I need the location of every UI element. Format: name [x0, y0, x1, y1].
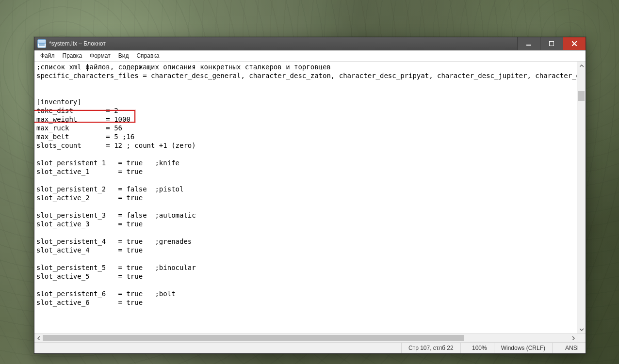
close-button[interactable]: [563, 37, 586, 50]
status-position: Стр 107, стлб 22: [402, 343, 461, 353]
chevron-up-icon: [580, 64, 584, 68]
statusbar: Стр 107, стлб 22 100% Windows (CRLF) ANS…: [34, 342, 586, 353]
statusbar-spacer: [34, 343, 402, 353]
maximize-button[interactable]: [540, 37, 563, 50]
notepad-icon: [37, 39, 46, 48]
vertical-scroll-thumb[interactable]: [578, 91, 585, 101]
chevron-right-icon: [571, 336, 575, 340]
editor-area: ;список xml файлов, содержащих описания …: [34, 62, 586, 353]
status-eol: Windows (CRLF): [494, 343, 553, 353]
close-icon: [572, 41, 577, 46]
status-encoding: ANSI: [553, 343, 586, 353]
svg-rect-1: [549, 41, 554, 46]
window-title: *system.ltx – Блокнот: [49, 40, 106, 47]
minimize-button[interactable]: [517, 37, 540, 50]
maximize-icon: [549, 41, 554, 46]
scroll-left-button[interactable]: [34, 334, 43, 342]
scrollbar-corner: [577, 333, 586, 342]
menu-edit[interactable]: Правка: [59, 51, 86, 60]
scroll-down-button[interactable]: [577, 325, 586, 333]
svg-rect-0: [526, 45, 531, 46]
minimize-icon: [526, 41, 531, 46]
scroll-right-button[interactable]: [569, 334, 577, 342]
horizontal-scroll-thumb[interactable]: [43, 335, 464, 341]
editor-content[interactable]: ;список xml файлов, содержащих описания …: [36, 63, 577, 307]
horizontal-scrollbar[interactable]: [34, 333, 577, 342]
titlebar[interactable]: *system.ltx – Блокнот: [34, 37, 586, 50]
menu-view[interactable]: Вид: [114, 51, 133, 60]
menubar: Файл Правка Формат Вид Справка: [34, 50, 586, 62]
notepad-window: *system.ltx – Блокнот Файл Правка Формат…: [34, 37, 586, 354]
menu-file[interactable]: Файл: [36, 51, 59, 60]
scroll-up-button[interactable]: [577, 62, 586, 70]
status-zoom: 100%: [461, 343, 494, 353]
vertical-scroll-track[interactable]: [577, 70, 586, 325]
chevron-left-icon: [37, 336, 41, 340]
menu-format[interactable]: Формат: [86, 51, 114, 60]
text-editor[interactable]: ;список xml файлов, содержащих описания …: [34, 62, 586, 342]
chevron-down-icon: [580, 328, 584, 332]
horizontal-scroll-track[interactable]: [43, 334, 569, 342]
menu-help[interactable]: Справка: [132, 51, 163, 60]
vertical-scrollbar[interactable]: [577, 62, 586, 333]
